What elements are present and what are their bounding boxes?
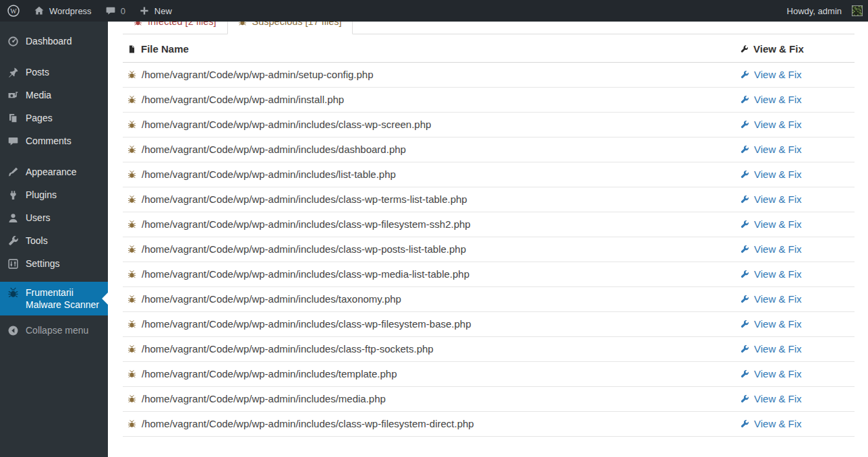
- pages-icon: [7, 113, 19, 124]
- file-path: /home/vagrant/Code/wp/wp-admin/includes/…: [142, 193, 467, 206]
- wrench-icon: [740, 394, 749, 404]
- table-header-row: File Name View & Fix: [123, 34, 855, 63]
- view-fix-link[interactable]: View & Fix: [740, 144, 855, 156]
- file-path: /home/vagrant/Code/wp/wp-admin/includes/…: [142, 243, 466, 255]
- bug-icon: [127, 270, 136, 279]
- sidebar-item-label: Tools: [26, 235, 48, 247]
- view-fix-link[interactable]: View & Fix: [740, 393, 855, 405]
- file-icon: [127, 44, 136, 54]
- table-row: /home/vagrant/Code/wp/wp-admin/includes/…: [123, 162, 855, 187]
- account-menu[interactable]: Howdy, admin: [780, 0, 863, 22]
- home-icon: [34, 5, 45, 16]
- sidebar-item-label: Pages: [26, 112, 53, 124]
- file-path: /home/vagrant/Code/wp/wp-admin/includes/…: [142, 218, 471, 231]
- site-name-link[interactable]: Wordpress: [27, 0, 98, 22]
- view-fix-link[interactable]: View & Fix: [740, 119, 855, 131]
- wordpress-logo-menu[interactable]: W: [0, 0, 27, 22]
- file-path: /home/vagrant/Code/wp/wp-admin/includes/…: [142, 144, 406, 156]
- table-body: /home/vagrant/Code/wp/wp-admin/setup-con…: [123, 63, 855, 437]
- sidebar-item-label: Users: [26, 212, 51, 224]
- bug-icon: [127, 170, 136, 179]
- bug-icon: [7, 287, 19, 299]
- file-name-column-header: File Name: [123, 34, 740, 63]
- bug-icon: [127, 344, 136, 354]
- comment-icon: [7, 135, 19, 147]
- comment-bubble-icon: [105, 5, 116, 16]
- table-row: /home/vagrant/Code/wp/wp-admin/includes/…: [123, 212, 855, 237]
- admin-menu: Dashboard Posts Media Pages Comments: [0, 22, 108, 315]
- file-path: /home/vagrant/Code/wp/wp-admin/includes/…: [142, 418, 474, 430]
- pushpin-icon: [7, 67, 19, 78]
- sidebar-item-label: Comments: [26, 135, 71, 147]
- bug-icon: [127, 245, 136, 254]
- wrench-icon: [740, 70, 749, 80]
- new-content-menu[interactable]: New: [132, 0, 179, 22]
- table-row: /home/vagrant/Code/wp/wp-admin/includes/…: [123, 287, 855, 312]
- bug-icon: [127, 95, 136, 104]
- file-path: /home/vagrant/Code/wp/wp-admin/includes/…: [142, 393, 386, 405]
- file-path: /home/vagrant/Code/wp/wp-admin/install.p…: [142, 94, 344, 106]
- bug-icon: [127, 195, 136, 204]
- plus-icon: [139, 5, 150, 16]
- file-path: /home/vagrant/Code/wp/wp-admin/includes/…: [142, 368, 397, 380]
- bug-icon: [127, 369, 136, 379]
- sidebar-item-tools[interactable]: Tools: [0, 229, 108, 252]
- sidebar-item-media[interactable]: Media: [0, 84, 108, 106]
- table-row: /home/vagrant/Code/wp/wp-admin/includes/…: [123, 138, 855, 162]
- sidebar-item-comments[interactable]: Comments: [0, 129, 108, 152]
- view-fix-link[interactable]: View & Fix: [740, 169, 855, 181]
- sidebar-item-users[interactable]: Users: [0, 206, 108, 229]
- new-label: New: [154, 6, 172, 16]
- table-row: /home/vagrant/Code/wp/wp-admin/includes/…: [123, 237, 855, 262]
- wrench-icon: [740, 419, 749, 429]
- file-path: /home/vagrant/Code/wp/wp-admin/setup-con…: [142, 69, 374, 81]
- table-row: /home/vagrant/Code/wp/wp-admin/includes/…: [123, 387, 855, 412]
- view-fix-link[interactable]: View & Fix: [740, 418, 855, 430]
- view-fix-column-header: View & Fix: [740, 34, 855, 63]
- bug-icon: [127, 419, 136, 429]
- table-row: /home/vagrant/Code/wp/wp-admin/setup-con…: [123, 63, 855, 88]
- comments-shortcut[interactable]: 0: [98, 0, 132, 22]
- view-fix-link[interactable]: View & Fix: [740, 268, 855, 280]
- sidebar-item-dashboard[interactable]: Dashboard: [0, 30, 108, 53]
- sidebar-item-pages[interactable]: Pages: [0, 106, 108, 129]
- sidebar-item-label: Appearance: [26, 166, 77, 178]
- view-fix-link[interactable]: View & Fix: [740, 293, 855, 305]
- view-fix-link[interactable]: View & Fix: [740, 343, 855, 355]
- collapse-menu-button[interactable]: Collapse menu: [0, 319, 108, 342]
- view-fix-link[interactable]: View & Fix: [740, 318, 855, 330]
- view-fix-link[interactable]: View & Fix: [740, 218, 855, 231]
- file-path: /home/vagrant/Code/wp/wp-admin/includes/…: [142, 343, 434, 355]
- table-row: /home/vagrant/Code/wp/wp-admin/includes/…: [123, 337, 855, 362]
- view-fix-link[interactable]: View & Fix: [740, 94, 855, 106]
- view-fix-link[interactable]: View & Fix: [740, 368, 855, 380]
- sidebar-item-settings[interactable]: Settings: [0, 252, 108, 275]
- wrench-icon: [740, 44, 749, 54]
- sidebar-item-label: Settings: [26, 257, 60, 270]
- table-row: /home/vagrant/Code/wp/wp-admin/includes/…: [123, 187, 855, 212]
- sidebar-item-plugins[interactable]: Plugins: [0, 183, 108, 206]
- admin-bar: W Wordpress 0 New Howdy, admin: [0, 0, 868, 22]
- view-fix-link[interactable]: View & Fix: [740, 243, 855, 255]
- admin-sidebar: Dashboard Posts Media Pages Comments: [0, 22, 108, 457]
- bug-icon: [127, 70, 136, 80]
- bug-icon: [127, 295, 136, 304]
- table-row: /home/vagrant/Code/wp/wp-admin/install.p…: [123, 88, 855, 113]
- table-row: /home/vagrant/Code/wp/wp-admin/includes/…: [123, 412, 855, 437]
- sidebar-item-frumentarii-malware-scanner[interactable]: Frumentarii Malware Scanner: [0, 282, 108, 315]
- wrench-icon: [740, 295, 749, 304]
- view-fix-link[interactable]: View & Fix: [740, 193, 855, 206]
- bug-icon: [127, 145, 136, 154]
- sidebar-item-label: Media: [26, 89, 51, 101]
- wrench-icon: [7, 235, 19, 247]
- view-fix-link[interactable]: View & Fix: [740, 69, 855, 81]
- wrench-icon: [740, 170, 749, 179]
- file-path: /home/vagrant/Code/wp/wp-admin/includes/…: [142, 318, 471, 330]
- user-icon: [7, 212, 19, 224]
- sidebar-item-appearance[interactable]: Appearance: [0, 160, 108, 183]
- sidebar-item-label: Frumentarii Malware Scanner: [26, 286, 104, 311]
- sidebar-item-posts[interactable]: Posts: [0, 61, 108, 84]
- wrench-icon: [740, 220, 749, 229]
- bug-icon: [127, 220, 136, 229]
- brush-icon: [7, 166, 19, 178]
